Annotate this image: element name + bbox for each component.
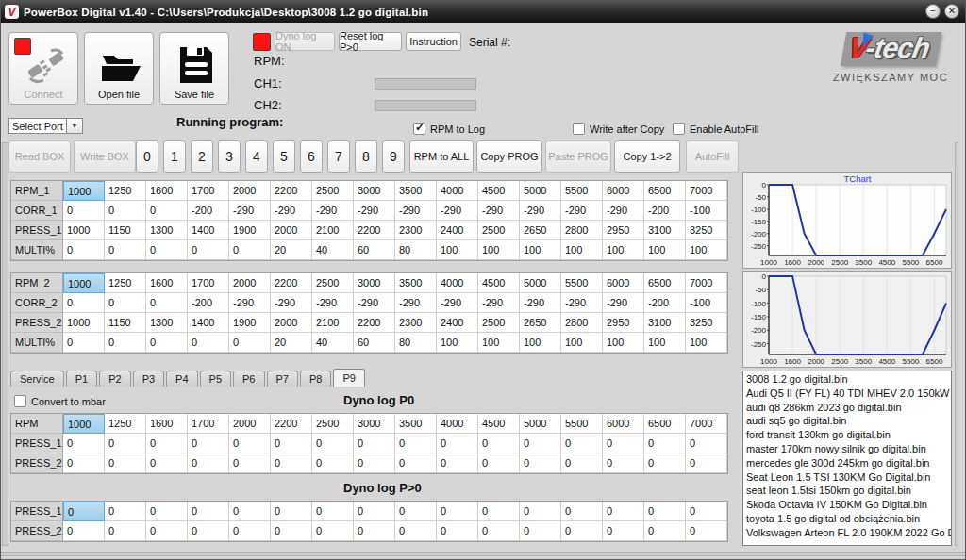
table-cell[interactable]: -100: [686, 201, 727, 221]
table-cell[interactable]: 2200: [271, 273, 312, 293]
table-cell[interactable]: -200: [644, 293, 686, 313]
table-cell[interactable]: 1600: [146, 273, 188, 293]
table-cell[interactable]: 1250: [105, 414, 146, 434]
table-cell[interactable]: 80: [395, 333, 437, 353]
checkbox-box[interactable]: [573, 123, 585, 135]
table-cell[interactable]: 6000: [603, 273, 644, 293]
table-cell[interactable]: 0: [437, 434, 478, 453]
table-cell[interactable]: 0: [561, 453, 603, 473]
table-cell[interactable]: 0: [229, 240, 271, 260]
table-cell[interactable]: 6000: [603, 181, 644, 201]
table-cell[interactable]: 0: [271, 502, 312, 521]
table-cell[interactable]: 0: [63, 240, 105, 260]
chevron-down-icon[interactable]: ▼: [67, 118, 83, 134]
table-cell[interactable]: 0: [354, 521, 395, 541]
table-cell[interactable]: 4000: [437, 273, 478, 293]
table-cell[interactable]: 0: [561, 502, 603, 521]
tab-p7[interactable]: P7: [267, 371, 298, 387]
table-cell[interactable]: 6500: [644, 414, 686, 434]
table-cell[interactable]: 0: [395, 521, 437, 541]
table-cell[interactable]: 0: [561, 434, 603, 453]
left-scroll-groove[interactable]: [2, 142, 8, 546]
file-list-item[interactable]: Audi Q5 II (FY FL) 40 TDI MHEV 2.0 150kW…: [746, 387, 951, 401]
enable-autofill-checkbox[interactable]: Enable AutoFill: [673, 123, 758, 135]
table-cell[interactable]: 1400: [188, 221, 229, 240]
table-cell[interactable]: 1250: [105, 273, 146, 293]
table-cell[interactable]: 5000: [520, 181, 561, 201]
table-cell[interactable]: 100: [561, 333, 603, 353]
table-cell[interactable]: 1150: [105, 221, 146, 240]
tab-p1[interactable]: P1: [66, 371, 97, 387]
paste-prog-button[interactable]: Paste PROG: [545, 140, 611, 173]
table-cell[interactable]: 100: [520, 240, 561, 260]
table-cell[interactable]: 100: [686, 333, 727, 353]
table-cell[interactable]: -290: [520, 293, 561, 313]
tab-p8[interactable]: P8: [300, 371, 331, 387]
table-cell[interactable]: 0: [520, 521, 561, 541]
file-list-item[interactable]: mercedes gle 300d 245km go digital.bin: [746, 456, 951, 470]
table-cell[interactable]: 6500: [644, 273, 686, 293]
table-cell[interactable]: 0: [520, 502, 561, 521]
tab-p5[interactable]: P5: [200, 371, 231, 387]
table-cell[interactable]: 2300: [395, 313, 437, 333]
table-cell[interactable]: 0: [603, 453, 644, 473]
table-cell[interactable]: 3250: [686, 313, 727, 333]
table-cell[interactable]: 5500: [561, 414, 603, 434]
table-cell[interactable]: 0: [105, 434, 146, 453]
table-cell[interactable]: 0: [146, 293, 188, 313]
table-cell[interactable]: 4000: [437, 414, 478, 434]
table-cell[interactable]: -290: [312, 201, 354, 221]
table-cell[interactable]: 40: [312, 240, 354, 260]
table-cell[interactable]: 2000: [229, 273, 271, 293]
table-cell[interactable]: 0: [478, 453, 520, 473]
table-cell[interactable]: -100: [686, 293, 727, 313]
table-cell[interactable]: 0: [520, 453, 561, 473]
table-cell[interactable]: 2500: [312, 181, 354, 201]
table-cell[interactable]: 1000: [63, 181, 105, 201]
table-cell[interactable]: 0: [105, 333, 146, 353]
table-cell[interactable]: 0: [146, 521, 188, 541]
table-cell[interactable]: 100: [561, 240, 603, 260]
table-cell[interactable]: 0: [229, 333, 271, 353]
reset-log-button[interactable]: Reset log P>0: [339, 32, 402, 51]
table-cell[interactable]: 60: [354, 240, 395, 260]
table-cell[interactable]: 0: [63, 201, 105, 221]
read-box-button[interactable]: Read BOX: [8, 140, 71, 173]
table-cell[interactable]: 2100: [312, 313, 354, 333]
table-cell[interactable]: 0: [644, 521, 686, 541]
table-cell[interactable]: 1600: [146, 414, 188, 434]
digit-button-4[interactable]: 4: [245, 140, 268, 173]
copy-prog-button[interactable]: Copy PROG: [476, 140, 542, 173]
table-cell[interactable]: 2500: [312, 273, 354, 293]
write-box-button[interactable]: Write BOX: [74, 140, 136, 173]
table-cell[interactable]: 4500: [478, 273, 520, 293]
table-cell[interactable]: -290: [312, 293, 354, 313]
table-cell[interactable]: 0: [63, 502, 105, 521]
table-cell[interactable]: 0: [188, 434, 229, 453]
table-cell[interactable]: 0: [146, 502, 188, 521]
table-cell[interactable]: 0: [229, 502, 271, 521]
table-cell[interactable]: 0: [188, 521, 229, 541]
table-cell[interactable]: 0: [105, 240, 146, 260]
table-cell[interactable]: 4500: [478, 414, 520, 434]
checkbox-box[interactable]: [14, 395, 26, 407]
autofill-button[interactable]: AutoFill: [686, 140, 739, 173]
tab-p6[interactable]: P6: [233, 371, 264, 387]
digit-button-3[interactable]: 3: [218, 140, 241, 173]
table-cell[interactable]: -290: [229, 201, 271, 221]
file-list-item[interactable]: toyota 1.5 go digital od obciążenia.bin: [746, 512, 951, 526]
table-cell[interactable]: 2500: [312, 414, 354, 434]
table-cell[interactable]: 100: [478, 240, 520, 260]
table-cell[interactable]: 5500: [561, 181, 603, 201]
table-cell[interactable]: 7000: [686, 273, 727, 293]
table-cell[interactable]: 0: [63, 453, 105, 473]
table-cell[interactable]: 0: [146, 453, 188, 473]
table-cell[interactable]: -290: [354, 293, 395, 313]
table-cell[interactable]: 100: [603, 333, 644, 353]
save-file-button[interactable]: Save file: [159, 32, 229, 105]
table-cell[interactable]: -290: [603, 293, 644, 313]
table-cell[interactable]: 0: [271, 453, 312, 473]
table-cell[interactable]: 2950: [603, 313, 644, 333]
table-cell[interactable]: 2000: [229, 181, 271, 201]
file-list-item[interactable]: Seat Leon 1.5 TSI 130KM Go Digital.bin: [746, 470, 951, 485]
